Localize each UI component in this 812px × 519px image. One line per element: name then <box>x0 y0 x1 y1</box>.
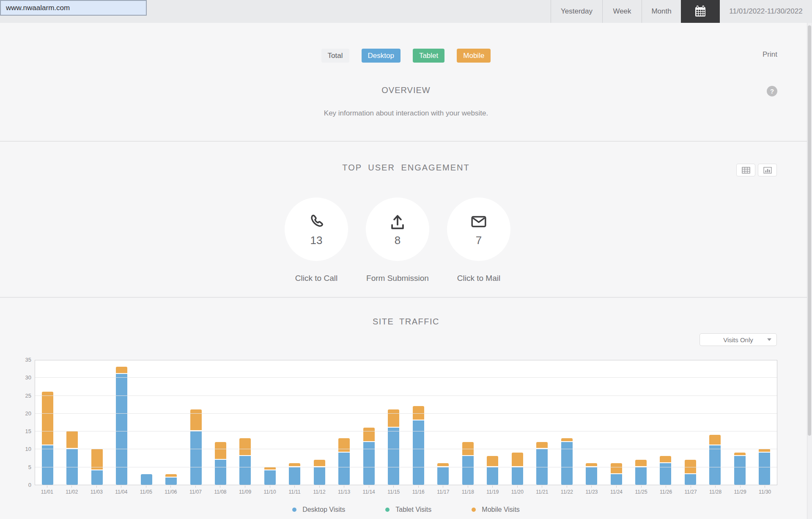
stacked-bar <box>685 460 696 485</box>
filter-tablet-button[interactable]: Tablet <box>413 49 444 63</box>
help-icon[interactable]: ? <box>767 86 777 96</box>
axis-tick <box>542 486 542 488</box>
x-axis-slot: 11/19 <box>480 486 505 495</box>
bar-slot <box>628 360 653 485</box>
bar-slot <box>653 360 678 485</box>
table-icon <box>742 167 750 174</box>
click-to-call-card: 13 Click to Call <box>285 198 348 283</box>
click-to-mail-card: 7 Click to Mail <box>447 198 510 283</box>
click-to-call-value: 13 <box>310 234 323 247</box>
stacked-bar <box>413 406 424 485</box>
bar-segment <box>586 467 597 485</box>
bar-slot <box>752 360 777 485</box>
bar-segment <box>512 467 523 485</box>
mail-icon <box>469 212 488 231</box>
y-axis-label: 30 <box>0 374 31 381</box>
table-view-button[interactable] <box>736 164 755 176</box>
chart-x-axis: 11/0111/0211/0311/0411/0511/0611/0711/08… <box>35 486 777 495</box>
y-axis-label: 5 <box>0 464 31 471</box>
x-axis-label: 11/28 <box>709 489 721 495</box>
x-axis-label: 11/12 <box>313 489 326 495</box>
bar-slot <box>60 360 84 485</box>
bar-segment <box>413 406 424 420</box>
bar-segment <box>660 456 671 462</box>
y-axis-label: 20 <box>0 410 31 417</box>
bar-segment <box>462 456 474 485</box>
x-axis-slot: 11/22 <box>554 486 579 495</box>
bar-segment <box>685 460 696 473</box>
click-to-call-label: Click to Call <box>295 274 337 283</box>
gridline <box>35 395 777 396</box>
x-axis-label: 11/27 <box>685 489 697 495</box>
x-axis-slot: 11/07 <box>183 486 208 495</box>
x-axis-label: 11/19 <box>486 489 499 495</box>
bar-slot <box>85 360 109 485</box>
bar-slot <box>604 360 628 485</box>
x-axis-label: 11/04 <box>115 489 127 495</box>
bar-segment <box>536 442 548 448</box>
chart-plot <box>35 360 777 485</box>
bar-segment <box>289 463 300 466</box>
bar-segment <box>42 445 53 485</box>
bar-slot <box>233 360 258 485</box>
bar-segment <box>314 467 325 485</box>
gridline <box>35 449 777 449</box>
chart-legend: Desktop VisitsTablet VisitsMobile Visits <box>0 506 812 514</box>
click-to-mail-value: 7 <box>476 234 482 247</box>
bar-segment <box>190 409 202 430</box>
metric-dropdown-value: Visits Only <box>723 336 753 343</box>
axis-tick <box>170 486 171 488</box>
bar-segment <box>635 460 647 466</box>
axis-tick <box>393 486 394 488</box>
bar-segment <box>42 392 53 445</box>
scrollbar-handle[interactable] <box>808 25 811 436</box>
x-axis-slot: 11/04 <box>109 486 134 495</box>
overview-title: OVERVIEW <box>0 85 812 95</box>
stat-circle: 8 <box>366 198 429 261</box>
bar-segment <box>165 478 177 485</box>
chart-view-button[interactable] <box>758 164 777 176</box>
gridline <box>35 431 777 431</box>
legend-item: Tablet Visits <box>385 506 431 514</box>
bar-slot <box>678 360 702 485</box>
filter-mobile-button[interactable]: Mobile <box>457 49 491 63</box>
axis-tick <box>47 486 47 488</box>
axis-tick <box>691 486 691 488</box>
nav-month[interactable]: Month <box>642 0 681 23</box>
stacked-bar <box>660 456 671 485</box>
bar-segment <box>611 474 622 485</box>
x-axis-slot: 11/18 <box>455 486 480 495</box>
bar-segment <box>512 453 523 466</box>
axis-tick <box>96 486 97 488</box>
metric-dropdown[interactable]: Visits Only <box>700 333 777 346</box>
stacked-bar <box>239 438 251 485</box>
bar-segment <box>338 453 350 485</box>
bar-segment <box>759 453 770 485</box>
legend-item: Desktop Visits <box>292 506 345 514</box>
axis-tick <box>294 486 295 488</box>
filter-desktop-button[interactable]: Desktop <box>362 49 401 63</box>
stacked-bar <box>42 392 53 485</box>
bar-slot <box>109 360 134 485</box>
x-axis-label: 11/06 <box>165 489 177 495</box>
bar-slot <box>283 360 307 485</box>
axis-tick <box>245 486 245 488</box>
print-button[interactable]: Print <box>763 50 777 59</box>
chevron-down-icon <box>767 338 771 341</box>
bar-segment <box>190 431 202 485</box>
site-url-input[interactable] <box>0 0 147 16</box>
bar-segment <box>289 467 300 485</box>
stacked-bar <box>314 460 325 485</box>
nav-yesterday[interactable]: Yesterday <box>551 0 602 23</box>
x-axis-label: 11/29 <box>734 489 746 495</box>
bar-slot <box>431 360 455 485</box>
calendar-button[interactable] <box>681 0 720 23</box>
bar-slot <box>579 360 604 485</box>
bar-slot <box>159 360 183 485</box>
x-axis-label: 11/20 <box>511 489 524 495</box>
filter-total-button[interactable]: Total <box>321 49 349 63</box>
bar-segment <box>388 428 399 485</box>
nav-week[interactable]: Week <box>602 0 642 23</box>
scrollbar-track[interactable] <box>807 23 812 519</box>
bar-slot <box>480 360 505 485</box>
